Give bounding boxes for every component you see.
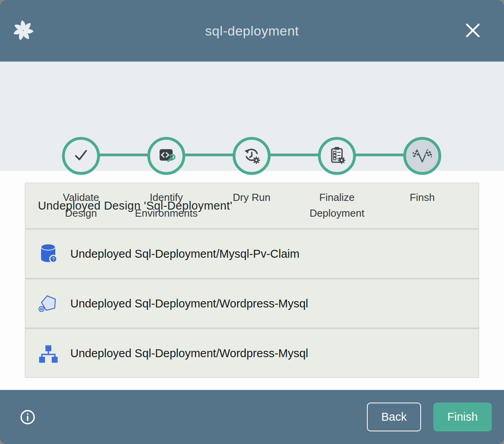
step-label: Dry Run [233, 189, 270, 205]
back-button[interactable]: Back [367, 403, 421, 431]
step-validate-design: Validate Design [45, 137, 117, 221]
gear [253, 157, 260, 163]
dialog-header: sql-deployment [0, 0, 504, 62]
step-identify-environments: Identify Environments [131, 137, 202, 221]
list-item-text: Undeployed Sql-Deployment/Wordpress-Mysq… [70, 347, 308, 360]
gear [339, 157, 345, 163]
meshery-logo [13, 20, 34, 41]
sync-gear-icon [242, 146, 261, 166]
step-label: Finalize Deployment [301, 189, 372, 221]
step-dry-run: Dry Run [216, 137, 287, 205]
svg-text:?: ? [52, 257, 55, 262]
database-icon: ? [38, 243, 58, 265]
clipboard-gear-icon [327, 146, 346, 166]
step-label: Finsh [410, 189, 435, 205]
dialog-footer: Back Finish [0, 390, 504, 444]
info-icon[interactable] [20, 409, 36, 425]
wizard-stepper: Validate Design Identify Environments [0, 62, 504, 171]
list-item: Undeployed Sql-Deployment/Wordpress-Mysq… [25, 279, 479, 328]
list-item-text: Undeployed Sql-Deployment/Wordpress-Mysq… [70, 297, 308, 310]
step-label: Identify Environments [131, 189, 202, 221]
deployment-wizard-dialog: sql-deployment Validate Design [0, 0, 504, 444]
step-label: Validate Design [45, 189, 117, 221]
check-icon [71, 146, 90, 166]
code-tools-icon [157, 146, 176, 166]
list-item: ? Undeployed Sql-Deployment/Mysql-Pv-Cla… [25, 230, 479, 278]
dialog-title: sql-deployment [205, 23, 299, 39]
pentagon-icon [38, 292, 58, 315]
list-item: Undeployed Sql-Deployment/Wordpress-Mysq… [25, 329, 479, 377]
step-finish: Finsh [387, 137, 458, 205]
tree-icon [38, 342, 58, 364]
list-item-text: Undeployed Sql-Deployment/Mysql-Pv-Claim [70, 247, 299, 260]
checkered-flags-icon [413, 146, 432, 166]
step-finalize-deployment: Finalize Deployment [301, 137, 372, 221]
close-icon[interactable] [465, 22, 481, 39]
finish-button[interactable]: Finish [433, 403, 492, 431]
